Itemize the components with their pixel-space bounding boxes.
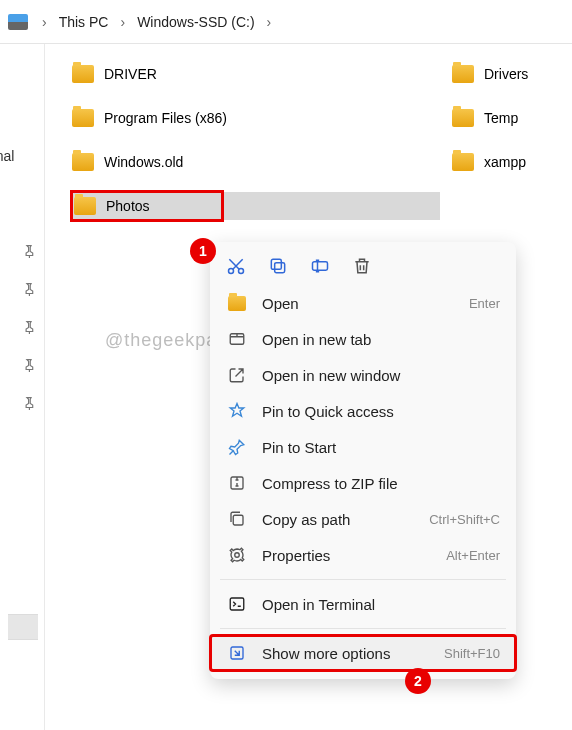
menu-open-terminal[interactable]: Open in Terminal: [210, 586, 516, 622]
folder-item-selected[interactable]: Photos: [70, 192, 440, 220]
svg-point-0: [229, 269, 234, 274]
svg-rect-3: [271, 259, 281, 269]
menu-compress-zip[interactable]: Compress to ZIP file: [210, 465, 516, 501]
folder-icon: [452, 153, 474, 171]
breadcrumb[interactable]: › This PC › Windows-SSD (C:) ›: [0, 0, 572, 44]
navigation-pane[interactable]: onal: [0, 44, 45, 730]
chevron-right-icon: ›: [116, 14, 129, 30]
pin-icon: [22, 320, 36, 334]
delete-icon[interactable]: [352, 256, 372, 276]
svg-rect-9: [230, 598, 244, 610]
folder-label: Photos: [106, 198, 150, 214]
pin-icon: [22, 244, 36, 258]
menu-label: Open in new tab: [262, 331, 500, 348]
menu-copy-path[interactable]: Copy as path Ctrl+Shift+C: [210, 501, 516, 537]
pin-icon: [22, 396, 36, 410]
folder-icon: [72, 109, 94, 127]
menu-label: Open in Terminal: [262, 596, 500, 613]
chevron-right-icon: ›: [38, 14, 51, 30]
menu-show-more-options[interactable]: Show more options Shift+F10: [210, 635, 516, 671]
properties-icon: [226, 546, 248, 564]
folder-icon: [452, 109, 474, 127]
chevron-right-icon: ›: [263, 14, 276, 30]
menu-shortcut: Ctrl+Shift+C: [429, 512, 500, 527]
annotation-badge-2: 2: [405, 668, 431, 694]
menu-label: Show more options: [262, 645, 430, 662]
folder-item[interactable]: xampp: [450, 148, 572, 176]
menu-label: Pin to Quick access: [262, 403, 500, 420]
folder-item[interactable]: Temp: [450, 104, 572, 132]
menu-shortcut: Alt+Enter: [446, 548, 500, 563]
annotation-badge-1: 1: [190, 238, 216, 264]
menu-divider: [220, 579, 506, 580]
pin-icon: [226, 438, 248, 456]
svg-rect-4: [313, 262, 328, 270]
copy-icon[interactable]: [268, 256, 288, 276]
terminal-icon: [226, 595, 248, 613]
menu-label: Open in new window: [262, 367, 500, 384]
folder-label: Drivers: [484, 66, 528, 82]
menu-label: Properties: [262, 547, 432, 564]
quick-actions: [210, 248, 516, 286]
folder-item[interactable]: Program Files (x86): [70, 104, 440, 132]
folder-label: Windows.old: [104, 154, 183, 170]
folder-label: Temp: [484, 110, 518, 126]
svg-point-8: [235, 553, 240, 558]
menu-pin-start[interactable]: Pin to Start: [210, 429, 516, 465]
pin-icon: [22, 358, 36, 372]
folder-label: xampp: [484, 154, 526, 170]
folder-icon: [74, 197, 96, 215]
folder-icon: [452, 65, 474, 83]
menu-open[interactable]: Open Enter: [210, 286, 516, 321]
folder-icon: [72, 153, 94, 171]
folder-item[interactable]: Drivers: [450, 60, 572, 88]
menu-shortcut: Enter: [469, 296, 500, 311]
breadcrumb-drive[interactable]: Windows-SSD (C:): [133, 12, 258, 32]
menu-label: Pin to Start: [262, 439, 500, 456]
pin-icon: [22, 282, 36, 296]
folder-item[interactable]: Windows.old: [70, 148, 440, 176]
context-menu: Open Enter Open in new tab Open in new w…: [210, 242, 516, 679]
folder-open-icon: [226, 296, 248, 311]
menu-open-new-tab[interactable]: Open in new tab: [210, 321, 516, 357]
file-list[interactable]: DRIVER Drivers Program Files (x86) Temp …: [70, 60, 572, 220]
menu-open-new-window[interactable]: Open in new window: [210, 357, 516, 393]
menu-properties[interactable]: Properties Alt+Enter: [210, 537, 516, 573]
menu-shortcut: Shift+F10: [444, 646, 500, 661]
folder-label: Program Files (x86): [104, 110, 227, 126]
folder-item[interactable]: DRIVER: [70, 60, 440, 88]
pc-icon: [8, 14, 28, 30]
zip-icon: [226, 474, 248, 492]
tab-icon: [226, 330, 248, 348]
menu-pin-quick-access[interactable]: Pin to Quick access: [210, 393, 516, 429]
svg-rect-7: [233, 515, 243, 525]
svg-rect-2: [275, 263, 285, 273]
menu-label: Copy as path: [262, 511, 415, 528]
copy-path-icon: [226, 510, 248, 528]
breadcrumb-pc[interactable]: This PC: [55, 12, 113, 32]
folder-label: DRIVER: [104, 66, 157, 82]
sidebar-label-fragment: onal: [0, 148, 14, 164]
folder-icon: [72, 65, 94, 83]
more-options-icon: [226, 644, 248, 662]
rename-icon[interactable]: [310, 256, 330, 276]
cut-icon[interactable]: [226, 256, 246, 276]
sidebar-selection[interactable]: [8, 614, 38, 640]
menu-label: Open: [262, 295, 455, 312]
external-link-icon: [226, 366, 248, 384]
menu-label: Compress to ZIP file: [262, 475, 500, 492]
menu-divider: [220, 628, 506, 629]
svg-point-1: [239, 269, 244, 274]
pin-star-icon: [226, 402, 248, 420]
